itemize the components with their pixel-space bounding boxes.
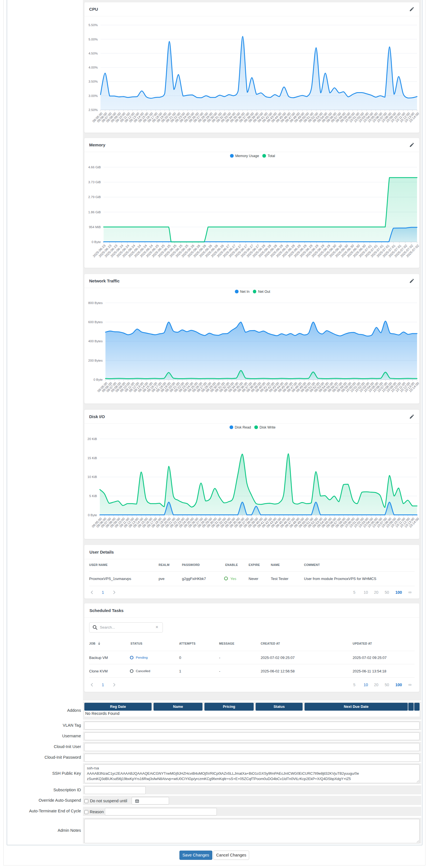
svg-text:4.00%: 4.00%	[89, 66, 98, 69]
svg-text:4.50%: 4.50%	[89, 52, 98, 55]
svg-text:954 MiB: 954 MiB	[89, 225, 101, 229]
svg-text:600 Bytes: 600 Bytes	[88, 320, 103, 324]
svg-text:0 Byte: 0 Byte	[88, 514, 97, 517]
svg-text:5.50%: 5.50%	[89, 23, 98, 27]
svg-text:3.00%: 3.00%	[89, 94, 98, 97]
svg-text:3.50%: 3.50%	[89, 80, 98, 83]
svg-text:15 KiB: 15 KiB	[87, 456, 97, 460]
svg-text:2.50%: 2.50%	[89, 108, 98, 112]
svg-text:3.73 GiB: 3.73 GiB	[88, 180, 101, 184]
svg-text:2.79 GiB: 2.79 GiB	[88, 195, 101, 199]
svg-text:10 KiB: 10 KiB	[87, 475, 97, 478]
svg-text:1.86 GiB: 1.86 GiB	[88, 211, 101, 214]
svg-text:5.00%: 5.00%	[89, 38, 98, 41]
svg-text:4.66 GiB: 4.66 GiB	[88, 165, 101, 169]
svg-text:800 Bytes: 800 Bytes	[88, 301, 103, 305]
svg-text:20 KiB: 20 KiB	[87, 437, 97, 441]
svg-text:0 Byte: 0 Byte	[92, 240, 101, 244]
svg-text:5 KiB: 5 KiB	[89, 494, 97, 498]
svg-text:400 Bytes: 400 Bytes	[88, 339, 103, 343]
svg-text:200 Bytes: 200 Bytes	[88, 359, 103, 362]
svg-text:0 Byte: 0 Byte	[93, 378, 103, 381]
